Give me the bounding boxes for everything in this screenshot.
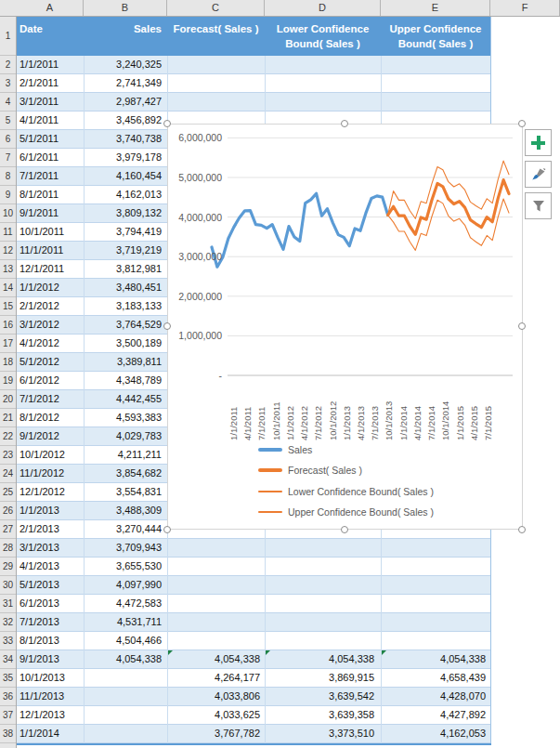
row-header-6[interactable]: 6 — [0, 130, 16, 149]
row-header-22[interactable]: 22 — [0, 427, 16, 446]
lower-cell[interactable] — [265, 576, 381, 594]
date-cell[interactable]: 6/1/2012 — [17, 372, 84, 389]
sales-cell[interactable]: 4,442,455 — [84, 390, 167, 408]
row-header-17[interactable]: 17 — [0, 335, 16, 353]
sales-cell[interactable]: 3,183,133 — [84, 297, 167, 315]
row-header-28[interactable]: 28 — [0, 539, 16, 558]
row-header-18[interactable]: 18 — [0, 353, 16, 372]
row-header-31[interactable]: 31 — [0, 595, 16, 613]
row-header-35[interactable]: 35 — [0, 669, 16, 688]
sales-cell[interactable] — [84, 688, 167, 705]
forecast-cell[interactable]: 4,033,806 — [167, 688, 265, 705]
row-header-14[interactable]: 14 — [0, 279, 16, 297]
legend-item[interactable]: Sales — [258, 444, 312, 455]
date-cell[interactable]: 12/1/2013 — [17, 706, 84, 724]
header-cell-lower-bound[interactable]: Lower Confidence Bound( Sales ) — [265, 17, 381, 56]
row-header-16[interactable]: 16 — [0, 316, 16, 335]
row-header-27[interactable]: 27 — [0, 520, 16, 539]
sales-cell[interactable]: 3,554,831 — [84, 483, 167, 501]
date-cell[interactable]: 4/1/2011 — [17, 112, 84, 129]
sales-cell[interactable]: 2,987,427 — [84, 93, 167, 111]
sales-cell[interactable]: 4,472,583 — [84, 595, 167, 612]
date-cell[interactable]: 5/1/2011 — [17, 130, 84, 148]
date-cell[interactable]: 6/1/2011 — [17, 149, 84, 166]
sales-cell[interactable]: 3,456,892 — [84, 112, 167, 129]
date-cell[interactable]: 9/1/2011 — [17, 204, 84, 222]
row-header-1[interactable]: 1 — [0, 17, 16, 56]
upper-cell[interactable] — [381, 74, 490, 92]
chart-elements-button[interactable] — [525, 129, 552, 156]
column-header-a[interactable]: A — [17, 0, 84, 16]
upper-cell[interactable] — [381, 56, 490, 73]
forecast-cell[interactable]: 4,054,338 — [167, 650, 265, 668]
date-cell[interactable]: 2/1/2012 — [17, 297, 84, 315]
sales-cell[interactable]: 4,348,789 — [84, 372, 167, 389]
forecast-cell[interactable]: 3,767,782 — [167, 725, 265, 742]
column-header-c[interactable]: C — [167, 0, 265, 16]
date-cell[interactable]: 12/1/2011 — [17, 260, 84, 278]
row-header-4[interactable]: 4 — [0, 93, 16, 112]
sales-cell[interactable] — [84, 706, 167, 724]
forecast-cell[interactable] — [167, 558, 265, 575]
upper-cell[interactable] — [381, 613, 490, 631]
sales-cell[interactable]: 3,740,738 — [84, 130, 167, 148]
lower-cell[interactable]: 3,373,510 — [265, 725, 381, 742]
sales-cell[interactable]: 4,162,013 — [84, 186, 167, 203]
forecast-cell[interactable] — [167, 595, 265, 612]
upper-cell[interactable] — [381, 632, 490, 650]
legend-item[interactable]: Upper Confidence Bound( Sales ) — [258, 506, 434, 518]
row-header-29[interactable]: 29 — [0, 558, 16, 576]
sales-cell[interactable]: 3,655,530 — [84, 558, 167, 575]
header-cell-date[interactable]: Date — [17, 17, 84, 56]
row-header-11[interactable]: 11 — [0, 223, 16, 242]
date-cell[interactable]: 11/1/2011 — [17, 242, 84, 259]
lower-cell[interactable] — [265, 56, 381, 73]
date-cell[interactable]: 10/1/2011 — [17, 223, 84, 241]
date-cell[interactable]: 10/1/2012 — [17, 446, 84, 464]
sales-cell[interactable]: 3,764,529 — [84, 316, 167, 334]
sales-cell[interactable]: 4,593,383 — [84, 409, 167, 426]
header-cell-forecast[interactable]: Forecast( Sales ) — [167, 17, 265, 56]
row-header-26[interactable]: 26 — [0, 502, 16, 520]
lower-cell[interactable] — [265, 632, 381, 650]
lower-cell[interactable]: 3,869,915 — [265, 669, 381, 687]
upper-cell[interactable]: 4,162,053 — [381, 725, 490, 742]
resize-handle[interactable] — [163, 322, 171, 330]
upper-cell[interactable]: 4,427,892 — [381, 706, 490, 724]
sales-cell[interactable]: 3,709,943 — [84, 539, 167, 557]
date-cell[interactable]: 7/1/2012 — [17, 390, 84, 408]
row-header-2[interactable]: 2 — [0, 56, 16, 74]
sales-cell[interactable]: 3,794,419 — [84, 223, 167, 241]
column-header-f[interactable]: F — [490, 0, 560, 16]
date-cell[interactable]: 1/1/2013 — [17, 502, 84, 519]
date-cell[interactable]: 11/1/2012 — [17, 465, 84, 482]
date-cell[interactable]: 11/1/2013 — [17, 688, 84, 705]
row-header-12[interactable]: 12 — [0, 242, 16, 260]
upper-cell[interactable] — [381, 558, 490, 575]
forecast-cell[interactable] — [167, 632, 265, 650]
resize-handle[interactable] — [518, 120, 526, 127]
lower-cell[interactable] — [265, 595, 381, 612]
row-header-19[interactable]: 19 — [0, 372, 16, 390]
sales-cell[interactable]: 4,211,211 — [84, 446, 167, 464]
sales-cell[interactable]: 4,160,454 — [84, 167, 167, 185]
upper-cell[interactable]: 4,054,338 — [381, 650, 490, 668]
lower-cell[interactable] — [265, 613, 381, 631]
lower-cell[interactable]: 3,639,542 — [265, 688, 381, 705]
row-header-25[interactable]: 25 — [0, 483, 16, 502]
date-cell[interactable]: 3/1/2013 — [17, 539, 84, 557]
date-cell[interactable]: 1/1/2012 — [17, 279, 84, 296]
date-cell[interactable]: 8/1/2012 — [17, 409, 84, 426]
header-cell-upper-bound[interactable]: Upper Confidence Bound( Sales ) — [381, 17, 490, 56]
date-cell[interactable]: 3/1/2011 — [17, 93, 84, 111]
lower-cell[interactable]: 4,054,338 — [265, 650, 381, 668]
resize-handle[interactable] — [163, 120, 171, 127]
date-cell[interactable]: 9/1/2012 — [17, 427, 84, 445]
forecast-chart[interactable]: 6,000,0005,000,0004,000,0003,000,0002,00… — [167, 124, 523, 530]
forecast-cell[interactable] — [167, 56, 265, 73]
row-header-38[interactable]: 38 — [0, 725, 16, 743]
sales-cell[interactable]: 4,504,466 — [84, 632, 167, 650]
sales-cell[interactable]: 3,488,309 — [84, 502, 167, 519]
sales-cell[interactable]: 4,097,990 — [84, 576, 167, 594]
lower-bound-line[interactable] — [388, 199, 509, 250]
